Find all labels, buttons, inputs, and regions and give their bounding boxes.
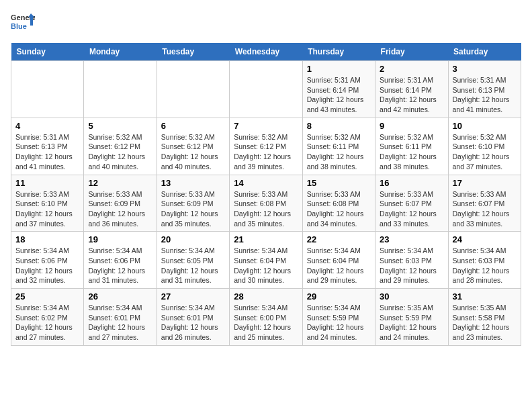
day-info: Sunrise: 5:33 AM Sunset: 6:10 PM Dayligh… <box>15 189 79 229</box>
logo-icon: General Blue <box>11 11 35 35</box>
day-number: 18 <box>15 234 79 244</box>
calendar-cell: 8Sunrise: 5:32 AM Sunset: 6:11 PM Daylig… <box>302 118 375 175</box>
calendar-cell: 30Sunrise: 5:35 AM Sunset: 5:59 PM Dayli… <box>375 289 448 346</box>
logo: General Blue <box>11 11 35 35</box>
calendar-cell: 16Sunrise: 5:33 AM Sunset: 6:07 PM Dayli… <box>375 175 448 232</box>
calendar-cell <box>157 61 229 118</box>
day-number: 1 <box>307 64 371 74</box>
calendar-week-row: 1Sunrise: 5:31 AM Sunset: 6:14 PM Daylig… <box>11 61 521 118</box>
calendar-cell: 18Sunrise: 5:34 AM Sunset: 6:06 PM Dayli… <box>11 232 84 289</box>
calendar-cell: 22Sunrise: 5:34 AM Sunset: 6:04 PM Dayli… <box>302 232 375 289</box>
calendar-cell: 24Sunrise: 5:34 AM Sunset: 6:03 PM Dayli… <box>448 232 521 289</box>
calendar-cell: 17Sunrise: 5:33 AM Sunset: 6:07 PM Dayli… <box>448 175 521 232</box>
weekday-header: Saturday <box>448 43 521 61</box>
day-info: Sunrise: 5:34 AM Sunset: 6:01 PM Dayligh… <box>88 303 152 342</box>
day-number: 28 <box>234 291 298 302</box>
day-info: Sunrise: 5:34 AM Sunset: 6:03 PM Dayligh… <box>380 246 443 285</box>
calendar-cell: 26Sunrise: 5:34 AM Sunset: 6:01 PM Dayli… <box>84 289 157 346</box>
calendar-week-row: 25Sunrise: 5:34 AM Sunset: 6:02 PM Dayli… <box>11 289 521 346</box>
calendar-cell: 14Sunrise: 5:33 AM Sunset: 6:08 PM Dayli… <box>230 175 302 232</box>
day-number: 27 <box>161 291 225 302</box>
day-info: Sunrise: 5:34 AM Sunset: 5:59 PM Dayligh… <box>307 303 371 342</box>
calendar-cell <box>11 61 84 118</box>
day-info: Sunrise: 5:34 AM Sunset: 6:05 PM Dayligh… <box>161 246 225 285</box>
day-number: 7 <box>234 121 298 131</box>
day-info: Sunrise: 5:34 AM Sunset: 6:04 PM Dayligh… <box>234 246 298 285</box>
calendar-cell: 5Sunrise: 5:32 AM Sunset: 6:12 PM Daylig… <box>84 118 157 175</box>
day-number: 13 <box>161 178 225 188</box>
day-number: 10 <box>453 121 517 131</box>
day-info: Sunrise: 5:34 AM Sunset: 6:00 PM Dayligh… <box>234 303 298 342</box>
day-info: Sunrise: 5:33 AM Sunset: 6:09 PM Dayligh… <box>161 189 225 229</box>
day-number: 25 <box>15 291 79 302</box>
day-info: Sunrise: 5:34 AM Sunset: 6:06 PM Dayligh… <box>15 246 79 285</box>
calendar-cell: 21Sunrise: 5:34 AM Sunset: 6:04 PM Dayli… <box>230 232 302 289</box>
calendar-cell: 4Sunrise: 5:31 AM Sunset: 6:13 PM Daylig… <box>11 118 84 175</box>
header: General Blue <box>11 11 521 35</box>
logo-container: General Blue <box>11 11 35 35</box>
day-number: 17 <box>453 178 517 188</box>
weekday-header: Monday <box>84 43 157 61</box>
calendar-cell: 10Sunrise: 5:32 AM Sunset: 6:10 PM Dayli… <box>448 118 521 175</box>
weekday-header: Tuesday <box>157 43 229 61</box>
day-info: Sunrise: 5:31 AM Sunset: 6:13 PM Dayligh… <box>453 75 517 115</box>
calendar-week-row: 11Sunrise: 5:33 AM Sunset: 6:10 PM Dayli… <box>11 175 521 232</box>
calendar-cell: 28Sunrise: 5:34 AM Sunset: 6:00 PM Dayli… <box>230 289 302 346</box>
calendar-cell: 12Sunrise: 5:33 AM Sunset: 6:09 PM Dayli… <box>84 175 157 232</box>
day-number: 20 <box>161 234 225 244</box>
day-info: Sunrise: 5:34 AM Sunset: 6:06 PM Dayligh… <box>88 246 152 285</box>
calendar-cell: 19Sunrise: 5:34 AM Sunset: 6:06 PM Dayli… <box>84 232 157 289</box>
day-number: 8 <box>307 121 371 131</box>
day-number: 21 <box>234 234 298 244</box>
day-info: Sunrise: 5:33 AM Sunset: 6:07 PM Dayligh… <box>380 189 443 229</box>
calendar-cell: 2Sunrise: 5:31 AM Sunset: 6:14 PM Daylig… <box>375 61 448 118</box>
calendar-week-row: 18Sunrise: 5:34 AM Sunset: 6:06 PM Dayli… <box>11 232 521 289</box>
day-info: Sunrise: 5:33 AM Sunset: 6:08 PM Dayligh… <box>307 189 371 229</box>
day-number: 30 <box>380 291 443 302</box>
day-info: Sunrise: 5:32 AM Sunset: 6:11 PM Dayligh… <box>380 132 443 172</box>
svg-text:Blue: Blue <box>11 22 27 30</box>
day-number: 15 <box>307 178 371 188</box>
day-number: 11 <box>15 178 79 188</box>
calendar-cell: 20Sunrise: 5:34 AM Sunset: 6:05 PM Dayli… <box>157 232 229 289</box>
calendar-cell: 31Sunrise: 5:35 AM Sunset: 5:58 PM Dayli… <box>448 289 521 346</box>
calendar-cell: 9Sunrise: 5:32 AM Sunset: 6:11 PM Daylig… <box>375 118 448 175</box>
calendar-cell <box>230 61 302 118</box>
day-number: 22 <box>307 234 371 244</box>
day-number: 5 <box>88 121 152 131</box>
calendar-cell: 7Sunrise: 5:32 AM Sunset: 6:12 PM Daylig… <box>230 118 302 175</box>
day-number: 4 <box>15 121 79 131</box>
calendar-cell: 29Sunrise: 5:34 AM Sunset: 5:59 PM Dayli… <box>302 289 375 346</box>
day-info: Sunrise: 5:34 AM Sunset: 6:03 PM Dayligh… <box>453 246 517 285</box>
day-number: 29 <box>307 291 371 302</box>
day-info: Sunrise: 5:33 AM Sunset: 6:08 PM Dayligh… <box>234 189 298 229</box>
day-number: 14 <box>234 178 298 188</box>
day-number: 24 <box>453 234 517 244</box>
day-info: Sunrise: 5:33 AM Sunset: 6:09 PM Dayligh… <box>88 189 152 229</box>
day-number: 6 <box>161 121 225 131</box>
calendar-cell: 11Sunrise: 5:33 AM Sunset: 6:10 PM Dayli… <box>11 175 84 232</box>
day-info: Sunrise: 5:32 AM Sunset: 6:12 PM Dayligh… <box>161 132 225 172</box>
weekday-header: Wednesday <box>230 43 302 61</box>
weekday-header-row: SundayMondayTuesdayWednesdayThursdayFrid… <box>11 43 521 61</box>
calendar-cell: 25Sunrise: 5:34 AM Sunset: 6:02 PM Dayli… <box>11 289 84 346</box>
day-info: Sunrise: 5:35 AM Sunset: 5:58 PM Dayligh… <box>453 303 517 342</box>
day-info: Sunrise: 5:34 AM Sunset: 6:04 PM Dayligh… <box>307 246 371 285</box>
calendar-cell: 6Sunrise: 5:32 AM Sunset: 6:12 PM Daylig… <box>157 118 229 175</box>
weekday-header: Sunday <box>11 43 84 61</box>
calendar-cell: 3Sunrise: 5:31 AM Sunset: 6:13 PM Daylig… <box>448 61 521 118</box>
calendar-cell: 15Sunrise: 5:33 AM Sunset: 6:08 PM Dayli… <box>302 175 375 232</box>
day-info: Sunrise: 5:34 AM Sunset: 6:02 PM Dayligh… <box>15 303 79 342</box>
day-number: 9 <box>380 121 443 131</box>
calendar-cell: 13Sunrise: 5:33 AM Sunset: 6:09 PM Dayli… <box>157 175 229 232</box>
calendar-cell: 23Sunrise: 5:34 AM Sunset: 6:03 PM Dayli… <box>375 232 448 289</box>
day-number: 23 <box>380 234 443 244</box>
weekday-header: Friday <box>375 43 448 61</box>
day-info: Sunrise: 5:32 AM Sunset: 6:12 PM Dayligh… <box>234 132 298 172</box>
calendar-week-row: 4Sunrise: 5:31 AM Sunset: 6:13 PM Daylig… <box>11 118 521 175</box>
day-number: 26 <box>88 291 152 302</box>
weekday-header: Thursday <box>302 43 375 61</box>
calendar-cell: 27Sunrise: 5:34 AM Sunset: 6:01 PM Dayli… <box>157 289 229 346</box>
day-info: Sunrise: 5:35 AM Sunset: 5:59 PM Dayligh… <box>380 303 443 342</box>
day-info: Sunrise: 5:33 AM Sunset: 6:07 PM Dayligh… <box>453 189 517 229</box>
